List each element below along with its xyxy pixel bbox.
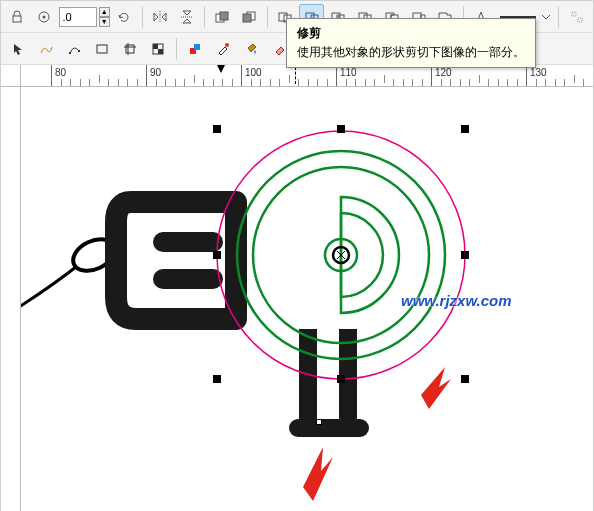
svg-point-34 — [225, 43, 229, 47]
rotation-spinner[interactable]: ▲▼ — [99, 7, 110, 27]
shape-tool-icon[interactable] — [61, 36, 87, 62]
svg-rect-30 — [153, 44, 158, 49]
svg-rect-39 — [153, 269, 223, 289]
svg-rect-24 — [97, 45, 107, 53]
svg-rect-51 — [213, 251, 221, 259]
svg-rect-52 — [461, 251, 469, 259]
svg-point-2 — [43, 15, 46, 18]
lock-icon[interactable] — [5, 4, 30, 30]
svg-rect-38 — [153, 232, 223, 252]
bucket-tool-icon[interactable] — [238, 36, 264, 62]
svg-rect-48 — [213, 125, 221, 133]
svg-rect-20 — [572, 12, 576, 16]
mirror-v-icon[interactable] — [174, 4, 199, 30]
horizontal-ruler: 8090100110120130 — [1, 65, 593, 87]
svg-rect-26 — [126, 45, 134, 53]
tooltip-desc: 使用其他对象的形状剪切下图像的一部分。 — [297, 44, 525, 61]
svg-rect-31 — [158, 49, 163, 54]
snap-icon[interactable] — [32, 4, 57, 30]
svg-rect-22 — [69, 52, 71, 54]
vertical-ruler — [1, 87, 21, 511]
svg-rect-25 — [126, 45, 134, 53]
svg-rect-54 — [337, 375, 345, 383]
svg-rect-21 — [578, 18, 582, 22]
rect-tool-icon[interactable] — [89, 36, 115, 62]
rotation-input[interactable] — [59, 7, 97, 27]
drawing-canvas[interactable]: www.rjzxw.com www.rjzxw.com — [21, 87, 593, 511]
svg-rect-49 — [337, 125, 345, 133]
node-handle[interactable] — [316, 419, 322, 425]
freehand-tool-icon[interactable] — [33, 36, 59, 62]
pointer-tool-icon[interactable] — [5, 36, 31, 62]
tooltip: 修剪 使用其他对象的形状剪切下图像的一部分。 — [286, 18, 536, 68]
svg-rect-0 — [13, 16, 21, 22]
align-icon[interactable] — [564, 4, 589, 30]
to-front-icon[interactable] — [210, 4, 235, 30]
mirror-h-icon[interactable] — [148, 4, 173, 30]
color-swap-icon[interactable] — [182, 36, 208, 62]
crop-tool-icon[interactable] — [117, 36, 143, 62]
svg-rect-23 — [78, 50, 80, 52]
to-back-icon[interactable] — [237, 4, 262, 30]
arrow-up-icon — [271, 87, 301, 89]
watermark: www.rjzxw.com www.rjzxw.com — [401, 292, 512, 309]
svg-rect-53 — [213, 375, 221, 383]
svg-rect-55 — [461, 375, 469, 383]
svg-rect-42 — [289, 419, 369, 437]
rotate-apply-icon[interactable] — [112, 4, 137, 30]
tooltip-title: 修剪 — [297, 25, 525, 42]
svg-rect-33 — [194, 44, 200, 50]
svg-rect-8 — [243, 14, 251, 22]
pattern-tool-icon[interactable] — [145, 36, 171, 62]
svg-rect-50 — [461, 125, 469, 133]
svg-rect-6 — [220, 12, 228, 20]
eyedropper-tool-icon[interactable] — [210, 36, 236, 62]
